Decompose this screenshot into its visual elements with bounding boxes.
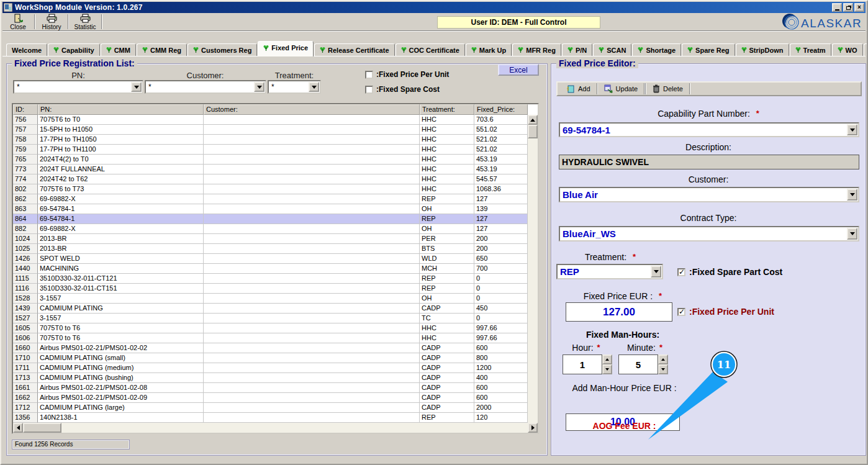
table-row[interactable]: 16067075T0 to T6HHC997.66 [13, 333, 538, 343]
minute-increment-button[interactable] [658, 354, 668, 364]
table-row[interactable]: 7732024T FULLANNEALHHC453.19 [13, 165, 538, 174]
table-row[interactable]: 86269-69882-XREP127 [13, 194, 538, 204]
table-row[interactable]: 88269-69882-XOH127 [13, 224, 538, 234]
update-button[interactable]: Update [598, 83, 644, 95]
column-header-fixed-price[interactable]: Fixed_Price: [474, 104, 528, 115]
treatment-combobox[interactable]: REP [556, 264, 663, 279]
chevron-down-icon[interactable] [847, 124, 857, 135]
minimize-button[interactable] [832, 3, 842, 12]
horizontal-scrollbar[interactable] [13, 423, 538, 433]
close-button[interactable]: Close [2, 13, 34, 30]
tab-mfr-reg[interactable]: MFR Reg [512, 43, 561, 56]
table-row[interactable]: 1426SPOT WELDWLD650 [13, 254, 538, 264]
table-row[interactable]: 1356140N2138-1REP120 [13, 413, 538, 423]
table-row[interactable]: 8027075T6 to T73HHC1068.36 [13, 184, 538, 194]
chevron-down-icon[interactable] [651, 266, 661, 278]
table-row[interactable]: 1439CADMIUM PLATINGCADP450 [13, 304, 538, 314]
chevron-down-icon[interactable] [254, 82, 264, 92]
restore-button[interactable] [843, 3, 853, 12]
fixed-spare-cost-filter-checkbox[interactable]: :Fixed Spare Cost [365, 85, 440, 94]
table-row[interactable]: 1662Airbus PMS01-02-21/PMS01-02-09CADP60… [13, 393, 538, 403]
table-row[interactable]: 1713CADMIUM PLATING (bushing)CADP400 [13, 373, 538, 383]
fixed-price-per-unit-checkbox[interactable]: :Fixed Price Per Unit [677, 307, 774, 317]
delete-button[interactable]: Delete [646, 83, 689, 95]
column-header-treatment[interactable]: Treatment: [420, 104, 474, 115]
checkbox-icon[interactable] [677, 308, 685, 316]
tab-shortage[interactable]: Shortage [632, 43, 681, 56]
pn-filter-combobox[interactable]: * [13, 80, 143, 94]
contract-type-combobox[interactable]: BlueAir_WS [559, 226, 859, 242]
tab-wo[interactable]: WO [832, 43, 863, 56]
tab-stripdown[interactable]: StripDown [736, 43, 789, 56]
tab-capability[interactable]: Capability [48, 43, 100, 56]
minute-decrement-button[interactable] [658, 364, 668, 374]
table-row[interactable]: 7742024T42 to T62HHC545.57 [13, 174, 538, 184]
column-header-customer[interactable]: Customer: [204, 104, 420, 115]
tab-coc-certificate[interactable]: COC Certificate [396, 43, 465, 56]
close-window-button[interactable]: × [854, 3, 864, 12]
vertical-scrollbar[interactable] [528, 115, 538, 433]
excel-export-button[interactable]: Excel [498, 64, 539, 76]
table-row[interactable]: 1661Airbus PMS01-02-21/PMS01-02-08CADP60… [13, 383, 538, 393]
tab-scan[interactable]: SCAN [593, 43, 631, 56]
hour-decrement-button[interactable] [602, 364, 612, 374]
chevron-down-icon[interactable] [847, 228, 857, 240]
minute-value[interactable]: 5 [618, 354, 658, 374]
table-row[interactable]: 1710CADMIUM PLATING (small)CADP800 [13, 353, 538, 363]
tab-treatm[interactable]: Treatm [790, 43, 831, 56]
tab-p-n[interactable]: P/N [562, 43, 592, 56]
add-button[interactable]: Add [560, 83, 597, 95]
table-row[interactable]: 10252013-BRBTS200 [13, 244, 538, 254]
scroll-left-button[interactable] [13, 423, 23, 433]
horizontal-scroll-thumb[interactable] [23, 423, 61, 433]
table-row[interactable]: 75917-7PH to TH1100HHC521.02 [13, 145, 538, 155]
tab-release-certificate[interactable]: Release Certificate [314, 43, 394, 56]
scroll-up-button[interactable] [528, 115, 538, 125]
column-header-pn[interactable]: PN: [38, 104, 204, 115]
table-row[interactable]: 10242013-BRPER200 [13, 234, 538, 244]
tab-fixed-price[interactable]: Fixed Price [258, 41, 314, 56]
tab-spare-reg[interactable]: Spare Reg [682, 43, 735, 56]
table-row[interactable]: 75817-7PH to TH1050HHC521.02 [13, 135, 538, 145]
table-row[interactable]: 1440MACHININGMCH700 [13, 264, 538, 274]
hour-stepper[interactable]: 1 [563, 354, 612, 374]
table-row[interactable]: 15283-1557OH0 [13, 294, 538, 304]
hour-increment-button[interactable] [602, 354, 612, 364]
hour-value[interactable]: 1 [563, 354, 602, 374]
chevron-down-icon[interactable] [309, 82, 319, 92]
table-row[interactable]: 15273-1557TC0 [13, 314, 538, 323]
scroll-right-button[interactable] [528, 423, 538, 433]
treatment-filter-combobox[interactable]: * [268, 80, 321, 94]
table-row[interactable]: 86469-54784-1REP127 [13, 214, 538, 224]
chevron-down-icon[interactable] [131, 82, 142, 92]
column-header-id[interactable]: ID: [13, 104, 38, 115]
checkbox-icon[interactable] [677, 268, 685, 276]
vertical-scroll-thumb[interactable] [528, 125, 538, 138]
tab-wo-completion[interactable]: WO Completion [864, 43, 868, 56]
tab-welcome[interactable]: Welcome [6, 43, 47, 56]
fixed-price-per-unit-filter-checkbox[interactable]: :Fixed Price Per Unit [365, 70, 449, 79]
table-row[interactable]: 16057075T0 to T6HHC997.66 [13, 323, 538, 333]
table-row[interactable]: 86369-54784-1OH139 [13, 204, 538, 214]
tab-cmm-reg[interactable]: CMM Reg [137, 43, 187, 56]
tab-cmm[interactable]: CMM [101, 43, 136, 56]
capability-part-number-combobox[interactable]: 69-54784-1 [559, 122, 859, 137]
table-row[interactable]: 75715-5PH to H1050HHC551.02 [13, 125, 538, 135]
table-row[interactable]: 1712CADMIUM PLATING (large)CADP2000 [13, 403, 538, 413]
customer-filter-combobox[interactable]: * [145, 80, 266, 94]
statistic-button[interactable]: Statistic [70, 13, 101, 30]
fixed-spare-part-cost-checkbox[interactable]: :Fixed Spare Part Cost [677, 267, 782, 277]
customer-combobox[interactable]: Blue Air [559, 187, 859, 202]
table-row[interactable]: 11153510D330-32-011-CT121REP0 [13, 274, 538, 284]
fixed-price-eur-input[interactable]: 127.00 [566, 302, 672, 322]
table-row[interactable]: 1660Airbus PMS01-02-21/PMS01-02-02CADP60… [13, 343, 538, 353]
history-button[interactable]: History [36, 13, 67, 30]
chevron-down-icon[interactable] [847, 189, 857, 201]
tab-customers-reg[interactable]: Customers Reg [188, 43, 257, 56]
checkbox-icon[interactable] [365, 71, 373, 79]
table-row[interactable]: 11163510D330-32-011-CT151REP0 [13, 284, 538, 294]
tab-mark-up[interactable]: Mark Up [466, 43, 512, 56]
checkbox-icon[interactable] [365, 86, 373, 94]
minute-stepper[interactable]: 5 [618, 354, 668, 374]
table-row[interactable]: 7652024T4(2) to T0HHC453.19 [13, 155, 538, 165]
